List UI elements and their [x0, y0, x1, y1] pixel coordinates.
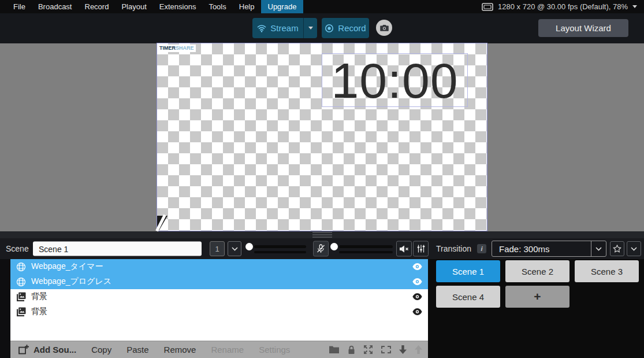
scene-button-3[interactable]: Scene 3: [575, 260, 639, 282]
lock-icon[interactable]: [348, 345, 355, 355]
wifi-icon: [257, 24, 266, 32]
add-scene-button[interactable]: +: [505, 286, 569, 308]
drag-handle-icon[interactable]: [312, 232, 332, 238]
rename-button: Rename: [211, 345, 244, 355]
snapshot-camera-icon: [380, 24, 389, 31]
scene-number-field[interactable]: 1: [210, 241, 225, 256]
eye-icon[interactable]: [412, 278, 422, 285]
progress-end-segment: [479, 216, 487, 230]
transition-value: Fade: 300ms: [492, 244, 591, 254]
left-strip: [0, 259, 10, 358]
source-row[interactable]: Webpage_プログレス: [10, 274, 428, 289]
favorite-transition-button[interactable]: [610, 241, 624, 256]
expand-icon[interactable]: [363, 345, 373, 355]
source-label: 背景: [31, 307, 407, 317]
panel-divider[interactable]: [0, 231, 644, 238]
image-icon: [16, 292, 26, 301]
scene-button-1[interactable]: Scene 1: [436, 260, 500, 282]
move-down-icon[interactable]: [399, 345, 407, 354]
star-icon: [613, 245, 621, 253]
slider-knob[interactable]: [330, 243, 338, 250]
snapshot-button[interactable]: [376, 20, 392, 36]
broadcaster-window: FileBroadcastRecordPlayoutExtensionsTool…: [0, 0, 644, 358]
info-icon[interactable]: i: [477, 244, 486, 253]
stream-label: Stream: [270, 23, 298, 33]
transition-select[interactable]: Fade: 300ms: [492, 241, 606, 257]
audio-mixer-icon: [417, 245, 425, 253]
transition-label: Transition: [436, 244, 471, 253]
resolution-status[interactable]: 1280 x 720 @ 30.00 fps (Default), 78%: [482, 2, 644, 11]
source-row[interactable]: 背景: [10, 304, 428, 319]
slider-knob[interactable]: [245, 243, 253, 250]
folder-icon[interactable]: [329, 345, 340, 354]
source-row[interactable]: Webpage_タイマー: [10, 259, 428, 274]
eye-icon[interactable]: [412, 293, 422, 300]
speaker-volume-slider[interactable]: [330, 241, 393, 256]
layout-wizard-button[interactable]: Layout Wizard: [538, 19, 628, 37]
speaker-mute-button[interactable]: [396, 241, 412, 257]
speaker-muted-icon: [399, 245, 409, 253]
transition-dropdown[interactable]: [591, 241, 606, 256]
menu-item-playout[interactable]: Playout: [115, 0, 152, 13]
stage-canvas[interactable]: TIMERSHARE 10:00: [157, 43, 487, 231]
settings-button: Settings: [259, 345, 290, 355]
timer-share-logo: TIMERSHARE: [158, 45, 196, 52]
menu-item-broadcast[interactable]: Broadcast: [32, 0, 79, 13]
transition-more-button[interactable]: [627, 241, 641, 256]
progress-warning-segment: [453, 216, 478, 230]
add-source-label: Add Sou...: [33, 345, 76, 355]
copy-button[interactable]: Copy: [91, 345, 111, 355]
chevron-down-icon: [632, 5, 637, 8]
record-button[interactable]: Record: [322, 18, 369, 38]
timer-source-selection[interactable]: 10:00: [322, 53, 468, 107]
chevron-down-icon: [631, 247, 637, 251]
source-label: Webpage_プログレス: [31, 276, 407, 287]
scene-grid: Scene 1Scene 2Scene 3Scene 4+: [436, 260, 644, 308]
preview-area: TIMERSHARE 10:00: [0, 43, 644, 231]
mic-mute-button[interactable]: [313, 241, 329, 257]
menu-item-record[interactable]: Record: [79, 0, 116, 13]
chevron-down-icon: [595, 247, 602, 251]
bottom-panels: Webpage_タイマーWebpage_プログレス背景背景 Add Sou...…: [0, 259, 644, 358]
scene-number-dropdown[interactable]: [228, 241, 241, 256]
progress-bar-source[interactable]: [157, 216, 487, 230]
mic-volume-slider[interactable]: [245, 241, 306, 256]
source-toolbar-icons: [329, 345, 428, 355]
record-label: Record: [338, 23, 366, 33]
source-panel: Webpage_タイマーWebpage_プログレス背景背景 Add Sou...…: [10, 259, 428, 358]
eye-icon[interactable]: [412, 263, 422, 270]
resolution-text: 1280 x 720 @ 30.00 fps (Default), 78%: [498, 2, 628, 11]
source-toolbar: Add Sou... Copy Paste Remove Rename Sett…: [10, 341, 428, 358]
audio-mixer-button[interactable]: [413, 241, 429, 257]
logo-primary-text: TIMER: [159, 45, 176, 51]
globe-icon: [16, 277, 26, 287]
menu-item-file[interactable]: File: [7, 0, 32, 13]
region-icon[interactable]: [381, 346, 391, 353]
scene-name-input[interactable]: [33, 242, 202, 256]
eye-icon[interactable]: [412, 308, 422, 315]
source-label: 背景: [31, 291, 407, 302]
source-list: Webpage_タイマーWebpage_プログレス背景背景: [10, 259, 428, 341]
paste-button[interactable]: Paste: [126, 345, 148, 355]
scenes-panel: Scene 1Scene 2Scene 3Scene 4+: [428, 259, 644, 358]
menu-item-upgrade[interactable]: Upgrade: [261, 0, 304, 13]
timer-text: 10:00: [331, 56, 458, 105]
menu-item-help[interactable]: Help: [233, 0, 261, 13]
progress-elapsed-bar: [157, 216, 453, 230]
source-row[interactable]: 背景: [10, 289, 428, 304]
display-icon: [482, 3, 493, 11]
scene-button-4[interactable]: Scene 4: [436, 286, 500, 308]
globe-icon: [16, 262, 26, 272]
stream-button-main[interactable]: Stream: [252, 18, 303, 38]
scene-controls: Scene 1 Transition i Fade: 300ms: [0, 238, 644, 259]
menu-item-tools[interactable]: Tools: [202, 0, 232, 13]
mic-muted-icon: [316, 244, 326, 254]
stream-dropdown[interactable]: [303, 18, 317, 38]
remove-button[interactable]: Remove: [164, 345, 196, 355]
logo-secondary-text: SHARE: [176, 45, 194, 51]
stream-button[interactable]: Stream: [252, 18, 317, 38]
image-icon: [16, 307, 26, 316]
menu-item-extensions[interactable]: Extensions: [153, 0, 203, 13]
add-source-button[interactable]: Add Sou...: [18, 345, 76, 355]
scene-button-2[interactable]: Scene 2: [505, 260, 569, 282]
